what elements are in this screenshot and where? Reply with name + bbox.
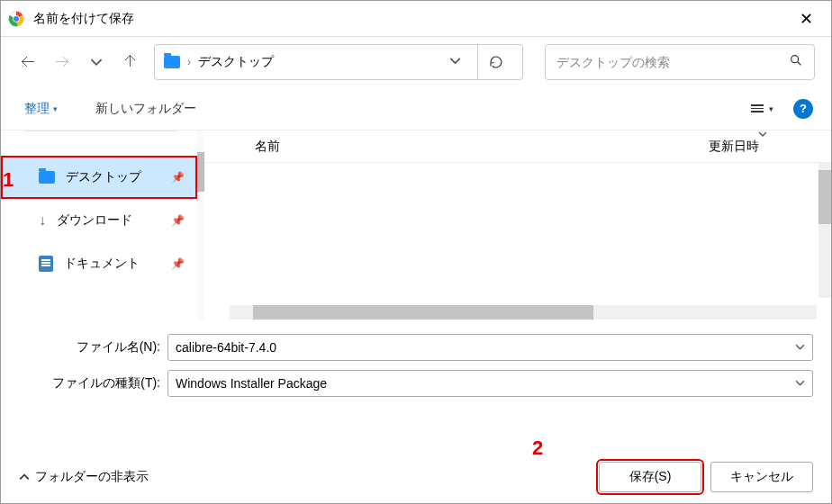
- forward-button[interactable]: 🡢: [51, 51, 73, 73]
- sort-indicator-icon: [757, 129, 768, 141]
- search-input[interactable]: [556, 55, 789, 69]
- sidebar-item-desktop[interactable]: デスクトップ 📌: [1, 156, 197, 199]
- annotation-1: 1: [3, 168, 14, 192]
- window-title: 名前を付けて保存: [33, 11, 789, 27]
- filename-label: ファイル名(N):: [19, 339, 167, 356]
- chevron-down-icon[interactable]: [444, 55, 466, 69]
- filetype-select[interactable]: Windows Installer Package: [167, 370, 813, 397]
- column-headers: 名前 更新日時: [204, 130, 831, 163]
- help-button[interactable]: ?: [793, 99, 813, 119]
- column-name[interactable]: 名前: [204, 139, 280, 155]
- svg-point-2: [14, 16, 19, 22]
- column-date[interactable]: 更新日時: [709, 139, 759, 155]
- pin-icon: 📌: [171, 214, 185, 227]
- recent-locations-button[interactable]: [86, 51, 107, 73]
- folder-icon: [164, 56, 180, 68]
- search-icon[interactable]: [789, 53, 803, 71]
- sidebar: デスクトップ 📌 ↓ ダウンロード 📌 ドキュメント 📌: [1, 130, 197, 320]
- annotation-2: 2: [532, 436, 543, 460]
- download-icon: ↓: [39, 212, 46, 229]
- form-area: ファイル名(N): calibre-64bit-7.4.0 ファイルの種類(T)…: [1, 320, 831, 410]
- filetype-label: ファイルの種類(T):: [19, 375, 167, 392]
- organize-button[interactable]: 整理▾: [19, 97, 63, 121]
- back-button[interactable]: 🡠: [17, 51, 39, 73]
- pin-icon: 📌: [171, 257, 185, 270]
- up-button[interactable]: 🡡: [120, 51, 141, 73]
- save-button[interactable]: 保存(S): [599, 462, 701, 492]
- desktop-icon: [39, 171, 55, 184]
- document-icon: [39, 256, 53, 272]
- chevron-up-icon: [19, 472, 30, 482]
- address-bar[interactable]: › デスクトップ: [154, 44, 523, 80]
- breadcrumb-location[interactable]: デスクトップ: [198, 54, 274, 70]
- close-button[interactable]: ✕: [789, 5, 824, 32]
- vertical-scrollbar[interactable]: [818, 163, 831, 298]
- horizontal-scrollbar[interactable]: [230, 305, 817, 320]
- chevron-right-icon: ›: [187, 56, 191, 68]
- svg-line-4: [798, 62, 800, 65]
- cancel-button[interactable]: キャンセル: [710, 462, 813, 492]
- chrome-icon: [8, 11, 24, 27]
- search-box[interactable]: [545, 44, 815, 80]
- view-options-button[interactable]: ▾: [747, 101, 777, 117]
- sidebar-item-label: ダウンロード: [57, 212, 132, 229]
- sidebar-resizer[interactable]: [197, 130, 204, 320]
- file-list-area: 名前 更新日時: [204, 130, 831, 320]
- file-list[interactable]: [204, 163, 831, 305]
- toolbar: 整理▾ 新しいフォルダー ▾ ?: [1, 87, 831, 130]
- filename-input[interactable]: calibre-64bit-7.4.0: [167, 334, 813, 361]
- sidebar-item-documents[interactable]: ドキュメント 📌: [1, 242, 197, 285]
- chevron-down-icon[interactable]: [795, 342, 805, 354]
- sidebar-item-downloads[interactable]: ↓ ダウンロード 📌: [1, 199, 197, 242]
- footer: フォルダーの非表示 保存(S) キャンセル: [1, 451, 831, 503]
- sidebar-item-label: デスクトップ: [66, 169, 141, 185]
- pin-icon: 📌: [171, 171, 185, 184]
- title-bar: 名前を付けて保存 ✕: [1, 1, 831, 37]
- nav-bar: 🡠 🡢 🡡 › デスクトップ: [1, 37, 831, 87]
- list-icon: [751, 104, 764, 112]
- refresh-button[interactable]: [477, 44, 513, 80]
- svg-point-3: [791, 56, 799, 63]
- sidebar-item-label: ドキュメント: [64, 256, 140, 272]
- content-area: デスクトップ 📌 ↓ ダウンロード 📌 ドキュメント 📌 名前 更新日時: [1, 130, 831, 320]
- new-folder-button[interactable]: 新しいフォルダー: [90, 97, 202, 121]
- chevron-down-icon[interactable]: [795, 378, 805, 390]
- hide-folders-button[interactable]: フォルダーの非表示: [19, 469, 149, 485]
